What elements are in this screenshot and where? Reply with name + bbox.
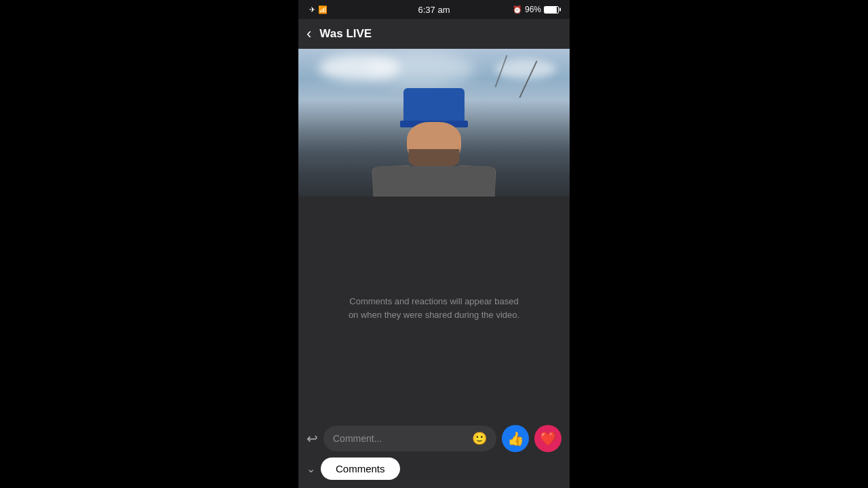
- airplane-icon: ✈: [309, 5, 315, 14]
- comments-toggle-button[interactable]: Comments: [321, 458, 400, 480]
- comment-input-wrap[interactable]: Comment... 🙂: [323, 426, 496, 451]
- bottom-bar: ↩ Comment... 🙂 👍 ❤️ ⌄ Comments: [298, 420, 570, 488]
- chevron-down-icon[interactable]: ⌄: [307, 462, 315, 475]
- battery-percent: 96%: [525, 5, 541, 14]
- input-row: ↩ Comment... 🙂 👍 ❤️: [307, 425, 561, 452]
- heart-button[interactable]: ❤️: [534, 425, 561, 452]
- phone-frame: ✈ 📶 6:37 am ⏰ 96% ‹ Was LIVE: [298, 0, 570, 488]
- comments-hint: Comments and reactions will appear based…: [346, 295, 522, 321]
- comment-input[interactable]: Comment...: [333, 433, 467, 444]
- heart-icon: ❤️: [540, 430, 557, 447]
- comments-area: Comments and reactions will appear based…: [298, 197, 570, 420]
- status-right: ⏰ 96%: [513, 5, 559, 14]
- status-left: ✈ 📶: [309, 5, 328, 14]
- status-time: 6:37 am: [418, 5, 450, 15]
- emoji-icon[interactable]: 🙂: [472, 431, 487, 446]
- like-button[interactable]: 👍: [502, 425, 529, 452]
- alarm-icon: ⏰: [513, 5, 522, 14]
- nav-bar: ‹ Was LIVE: [298, 19, 570, 49]
- person-figure: [359, 88, 509, 197]
- page-title: Was LIVE: [319, 27, 372, 41]
- back-button[interactable]: ‹: [307, 24, 317, 44]
- battery-icon: [544, 6, 559, 14]
- wifi-icon: 📶: [318, 5, 328, 14]
- video-thumbnail[interactable]: [298, 49, 570, 197]
- status-bar: ✈ 📶 6:37 am ⏰ 96%: [298, 0, 570, 19]
- share-icon[interactable]: ↩: [307, 430, 318, 447]
- comments-toggle-row: ⌄ Comments: [307, 452, 561, 483]
- thumbs-up-icon: 👍: [507, 430, 524, 447]
